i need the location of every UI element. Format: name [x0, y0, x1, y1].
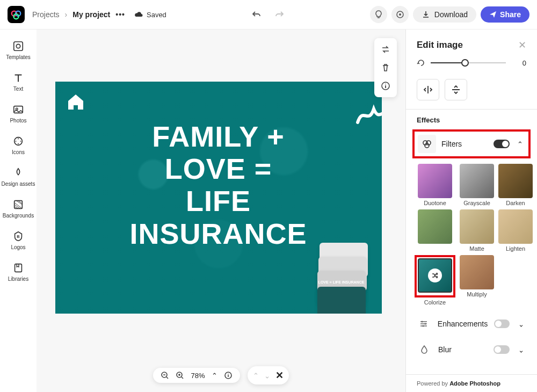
floating-toolbar [374, 38, 397, 97]
enhancements-toggle[interactable] [494, 320, 510, 328]
blur-row[interactable]: Blur ⌃ [406, 337, 537, 362]
cloud-icon [134, 11, 143, 18]
info-button[interactable] [378, 78, 394, 94]
layer-stack[interactable]: LOVE = LIFE INSURANCE [317, 243, 370, 307]
ai-button[interactable] [391, 6, 409, 23]
filter-darken[interactable]: Darken [498, 164, 533, 206]
prev-button[interactable]: ⌃ [253, 372, 259, 380]
breadcrumb-root[interactable]: Projects [32, 10, 60, 19]
chevron-up-icon[interactable]: ⌃ [212, 372, 217, 380]
svg-rect-5 [14, 42, 23, 51]
canvas[interactable]: FAMILY + LOVE = LIFE INSURANCE LOVE = LI… [55, 82, 382, 314]
filters-row[interactable]: Filters ⌃ [412, 129, 531, 158]
intensity-slider[interactable] [431, 62, 506, 63]
redo-button[interactable] [271, 6, 288, 23]
save-status: Saved [134, 11, 166, 19]
panel-title: Edit image [417, 40, 463, 50]
chevron-down-icon[interactable]: ⌃ [516, 320, 526, 328]
breadcrumb: Projects › My project ••• [32, 10, 125, 19]
sidebar-item-photos[interactable]: Photos [0, 101, 37, 126]
powered-by: Powered by Adobe Photoshop [406, 374, 537, 392]
download-button[interactable]: Download [413, 6, 476, 23]
sidebar-item-text[interactable]: Text [0, 70, 37, 94]
filter-matte[interactable]: Matte [460, 209, 494, 252]
zoom-out-button[interactable] [161, 371, 169, 380]
filter-grayscale[interactable]: Grayscale [460, 164, 494, 206]
chevron-right-icon: › [65, 10, 68, 19]
filter-grid: Duotone Grayscale Darken Matte Lighten C… [406, 164, 537, 311]
house-icon [65, 91, 86, 113]
saved-label: Saved [147, 11, 166, 19]
layer-card[interactable] [317, 287, 366, 314]
chevron-down-icon[interactable]: ⌃ [516, 346, 526, 354]
sidebar-item-icons[interactable]: Icons [0, 133, 37, 157]
sidebar-item-libraries[interactable]: Libraries [0, 260, 37, 284]
sidebar-item-design-assets[interactable]: Design assets [0, 165, 37, 189]
chevron-up-icon[interactable]: ⌃ [515, 140, 525, 148]
page-nav: ⌃ ⌃ ✕ [248, 366, 289, 384]
canvas-area: FAMILY + LOVE = LIFE INSURANCE LOVE = LI… [37, 30, 405, 392]
filter-duotone[interactable]: Duotone [415, 164, 455, 206]
send-icon [489, 11, 497, 18]
more-icon[interactable]: ••• [115, 10, 125, 19]
svg-point-21 [425, 323, 426, 325]
header: Projects › My project ••• Saved Download… [0, 0, 537, 30]
canvas-headline[interactable]: FAMILY + LOVE = LIFE INSURANCE [55, 120, 382, 250]
svg-point-6 [16, 44, 20, 48]
svg-text:B: B [17, 234, 19, 239]
filters-label: Filters [441, 140, 488, 148]
svg-rect-12 [15, 264, 22, 272]
filter-colorize-selected[interactable]: Colorize [415, 255, 455, 306]
zoom-value[interactable]: 78% [191, 372, 205, 380]
blur-toggle[interactable] [494, 345, 510, 354]
effects-label: Effects [406, 116, 537, 128]
breadcrumb-current[interactable]: My project [72, 10, 110, 19]
edit-panel: Edit image ✕ 0 Effects Filters ⌃ Duotone… [405, 30, 537, 392]
download-icon [422, 10, 430, 19]
close-panel-button[interactable]: ✕ [518, 39, 526, 51]
enhancements-label: Enhancements [438, 320, 488, 328]
zoom-info-button[interactable] [224, 371, 233, 380]
sidebar-item-templates[interactable]: Templates [0, 38, 37, 62]
close-nav-button[interactable]: ✕ [275, 369, 284, 381]
enhancements-row[interactable]: Enhancements ⌃ [406, 311, 537, 337]
shuffle-icon[interactable] [428, 268, 442, 282]
share-button[interactable]: Share [481, 6, 529, 23]
svg-point-20 [422, 321, 423, 323]
flip-horizontal-button[interactable] [417, 79, 439, 100]
sliders-icon [417, 316, 431, 331]
next-button[interactable]: ⌃ [264, 372, 270, 380]
sidebar-item-backgrounds[interactable]: Backgrounds [0, 197, 37, 221]
slider-value: 0 [511, 59, 526, 67]
blur-label: Blur [438, 345, 487, 354]
flip-vertical-button[interactable] [445, 79, 467, 100]
undo-button[interactable] [248, 6, 265, 23]
delete-button[interactable] [378, 60, 394, 76]
swap-button[interactable] [378, 41, 394, 57]
zoom-in-button[interactable] [176, 371, 184, 380]
left-sidebar: Templates Text Photos Icons Design asset… [0, 30, 37, 392]
app-logo[interactable] [8, 6, 25, 23]
svg-point-22 [423, 325, 424, 327]
sidebar-item-logos[interactable]: BLogos [0, 228, 37, 252]
filters-icon [418, 135, 436, 153]
zoom-controls: 78% ⌃ [153, 368, 240, 383]
hint-button[interactable] [370, 6, 387, 23]
svg-point-4 [399, 13, 401, 16]
filter-unnamed[interactable] [415, 209, 455, 252]
filter-multiply[interactable]: Multiply [460, 255, 494, 306]
droplet-icon [417, 342, 432, 357]
filter-lighten[interactable]: Lighten [498, 209, 533, 252]
reset-icon[interactable] [417, 59, 425, 67]
filters-toggle[interactable] [494, 140, 510, 148]
